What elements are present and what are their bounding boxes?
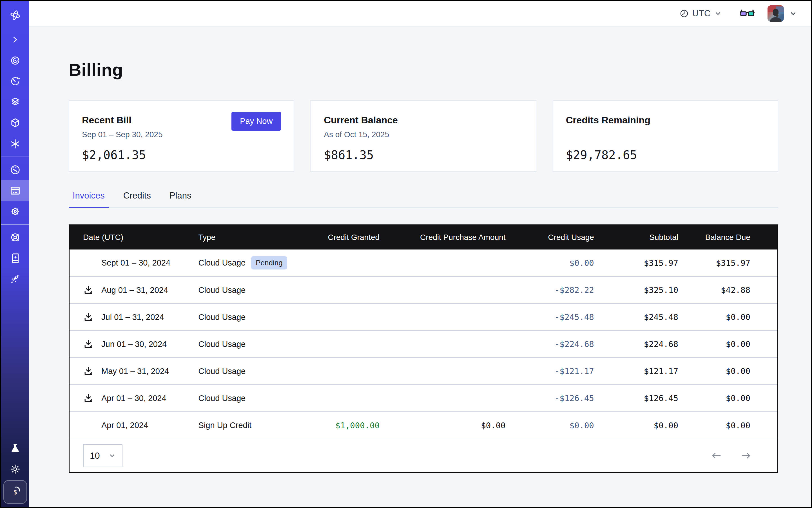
download-invoice-button[interactable] [83, 285, 94, 296]
download-invoice-button[interactable] [83, 338, 94, 350]
download-slot-empty [83, 257, 94, 269]
invoice-type-cell: Cloud Usage [199, 331, 310, 357]
invoice-type-cell: Cloud Usage [199, 385, 310, 412]
invoice-row: Jul 01 – 31, 2024Cloud Usage-$245.48$245… [70, 304, 777, 331]
credit-granted-cell [310, 357, 380, 385]
svg-text:$: $ [13, 489, 17, 496]
column-header: Credit Purchase Amount [380, 225, 505, 250]
invoice-date-cell: Sept 01 – 30, 2024 [70, 250, 199, 277]
pay-now-button[interactable]: Pay Now [231, 112, 281, 131]
credit-granted-cell [310, 277, 380, 304]
credit-granted-cell [310, 304, 380, 331]
layers-icon[interactable] [1, 92, 29, 113]
download-icon [83, 392, 94, 404]
timezone-selector[interactable]: UTC [679, 8, 722, 18]
page-title: Billing [69, 60, 778, 80]
download-invoice-button[interactable] [83, 311, 94, 323]
3d-glasses-icon[interactable] [740, 9, 755, 18]
invoice-type-cell: Cloud UsagePending [199, 250, 310, 277]
cube-icon[interactable] [1, 113, 29, 133]
invoice-date-cell: Apr 01 – 30, 2024 [70, 385, 199, 412]
credit-granted-cell: $1,000.00 [310, 412, 380, 439]
download-invoice-button[interactable] [83, 392, 94, 404]
credit-usage-cell: -$121.17 [506, 357, 594, 385]
card-title: Credits Remaining [566, 115, 765, 126]
helm-support-icon[interactable] [1, 227, 29, 248]
billing-page: Billing Recent Bill Sep 01 – Sep 30, 202… [29, 27, 811, 507]
recent-bill-amount: $2,061.35 [82, 148, 281, 162]
tab-invoices[interactable]: Invoices [69, 190, 109, 208]
user-avatar[interactable] [768, 5, 784, 22]
invoice-date-cell: May 01 – 31, 2024 [70, 357, 199, 385]
next-page-button[interactable] [740, 449, 753, 462]
column-header: Credit Granted [310, 225, 380, 250]
balance-due-cell: $315.97 [678, 250, 777, 277]
status-badge: Pending [251, 256, 287, 269]
gear-settings-icon[interactable] [1, 201, 29, 222]
collapse-chevron-right-icon[interactable] [1, 29, 29, 50]
rocket-icon[interactable] [1, 269, 29, 290]
invoice-type-cell: Sign Up Credit [199, 412, 310, 439]
credit-granted-cell [310, 385, 380, 412]
invoice-type: Cloud Usage [199, 258, 246, 267]
column-header: Credit Usage [506, 225, 594, 250]
asterisk-icon[interactable] [1, 133, 29, 154]
credit-usage-cell: -$224.68 [506, 331, 594, 357]
app-window: $ UTC [0, 0, 812, 508]
sidebar-item-billing[interactable] [1, 180, 29, 201]
column-header: Date (UTC) [70, 225, 199, 250]
subtotal-cell: $224.68 [594, 331, 678, 357]
invoice-type: Cloud Usage [199, 394, 246, 403]
logo-orbit-icon[interactable] [1, 1, 29, 29]
balance-due-cell: $0.00 [678, 304, 777, 331]
balance-due-cell: $0.00 [678, 357, 777, 385]
credits-dollar-button[interactable]: $ [3, 480, 27, 504]
subtotal-cell: $315.97 [594, 250, 678, 277]
invoice-type-cell: Cloud Usage [199, 357, 310, 385]
invoice-row: Aug 01 – 31, 2024Cloud Usage-$282.22$325… [70, 277, 777, 304]
brightness-sun-icon[interactable] [1, 459, 29, 479]
subtotal-cell: $126.45 [594, 385, 678, 412]
credit-purchase-amount-cell [380, 357, 505, 385]
arrow-right-icon [740, 449, 753, 462]
invoice-row: Jun 01 – 30, 2024Cloud Usage-$224.68$224… [70, 331, 777, 357]
tab-plans[interactable]: Plans [166, 190, 196, 208]
credits-remaining-amount: $29,782.65 [566, 148, 765, 162]
invoice-date: Apr 01 – 30, 2024 [101, 394, 166, 403]
flask-labs-icon[interactable] [1, 438, 29, 459]
tab-credits[interactable]: Credits [119, 190, 155, 208]
invoice-type-cell: Cloud Usage [199, 304, 310, 331]
invoice-date-cell: Apr 01, 2024 [70, 412, 199, 439]
credit-usage-cell: -$126.45 [506, 385, 594, 412]
account-chevron-down-icon[interactable] [789, 9, 797, 18]
balance-due-cell: $0.00 [678, 331, 777, 357]
column-header: Type [199, 225, 310, 250]
history-timer-icon[interactable] [1, 71, 29, 92]
billing-tabs: Invoices Credits Plans [69, 190, 778, 208]
subtotal-cell: $0.00 [594, 412, 678, 439]
arrow-left-icon [710, 449, 723, 462]
download-icon [83, 285, 94, 296]
invoice-row: May 01 – 31, 2024Cloud Usage-$121.17$121… [70, 357, 777, 385]
balance-due-cell: $42.88 [678, 277, 777, 304]
credit-purchase-amount-cell [380, 331, 505, 357]
invoice-type: Cloud Usage [199, 367, 246, 376]
invoice-date-cell: Jun 01 – 30, 2024 [70, 331, 199, 357]
recent-bill-card: Recent Bill Sep 01 – Sep 30, 2025 $2,061… [69, 100, 294, 172]
rows-per-page-select[interactable]: 10 [83, 444, 123, 467]
invoice-date-cell: Aug 01 – 31, 2024 [70, 277, 199, 304]
card-subtitle [566, 130, 765, 140]
gauge-usage-icon[interactable] [1, 159, 29, 180]
credit-usage-cell: -$245.48 [506, 304, 594, 331]
spiral-eye-icon[interactable] [1, 50, 29, 71]
invoice-date: Sept 01 – 30, 2024 [101, 258, 170, 267]
rows-per-page-value: 10 [90, 451, 100, 461]
previous-page-button[interactable] [710, 449, 723, 462]
chevron-down-icon [714, 9, 722, 17]
invoice-row: Apr 01 – 30, 2024Cloud Usage-$126.45$126… [70, 385, 777, 412]
invoice-date: Jul 01 – 31, 2024 [101, 312, 164, 322]
docs-book-icon[interactable] [1, 248, 29, 269]
credit-purchase-amount-cell [380, 304, 505, 331]
download-invoice-button[interactable] [83, 366, 94, 377]
table-header: Date (UTC)TypeCredit GrantedCredit Purch… [70, 225, 777, 250]
